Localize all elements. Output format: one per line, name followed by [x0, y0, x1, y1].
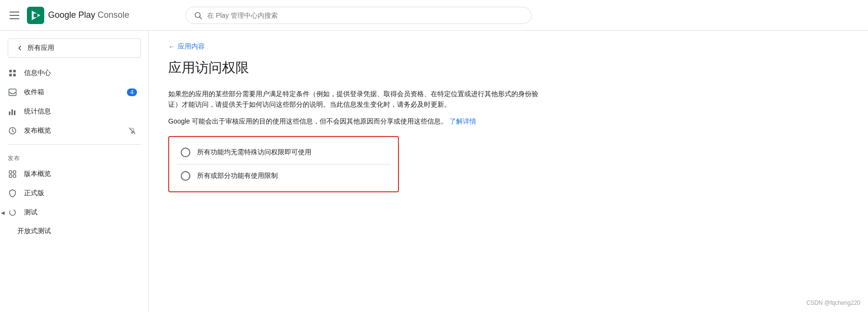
breadcrumb[interactable]: ← 应用内容: [168, 42, 849, 51]
arrow-left-icon: [16, 44, 24, 52]
description-paragraph-2: Google 可能会出于审核应用的目的使用这些信息，但不会因其他原因而分享或使用…: [168, 116, 543, 126]
watermark: CSDN @fqcheng220: [806, 300, 860, 306]
svg-rect-11: [12, 110, 13, 115]
sidebar-item-test-label: 测试: [24, 208, 37, 217]
svg-point-18: [10, 210, 15, 215]
svg-rect-17: [13, 175, 16, 177]
notification-off-icon: [127, 126, 137, 136]
radio-circle-no-restriction: [181, 148, 190, 157]
search-bar[interactable]: [186, 7, 532, 24]
radio-circle-has-restriction: [181, 171, 190, 181]
sidebar-item-dashboard[interactable]: 信息中心: [0, 63, 145, 83]
learn-more-link[interactable]: 了解详情: [449, 117, 476, 125]
svg-rect-10: [9, 112, 11, 115]
sidebar-item-stats[interactable]: 统计信息: [0, 102, 145, 121]
breadcrumb-label: 应用内容: [178, 42, 205, 51]
inbox-badge: 4: [127, 88, 137, 96]
svg-rect-2: [34, 13, 37, 17]
search-input[interactable]: [207, 12, 523, 19]
content-area: ← 应用内容 应用访问权限 如果您的应用的某些部分需要用户满足特定条件（例如，提…: [149, 31, 868, 312]
svg-rect-6: [13, 70, 16, 72]
logo-container: Google Play Console: [27, 7, 129, 24]
bar-chart-icon: [8, 107, 17, 116]
sidebar-item-publish-overview-label: 发布概览: [24, 126, 51, 135]
grid-icon: [8, 68, 17, 78]
sidebar-item-open-test[interactable]: 开放式测试: [0, 222, 145, 240]
shield-icon: [8, 188, 17, 198]
svg-rect-15: [13, 171, 16, 173]
breadcrumb-arrow: ←: [168, 43, 175, 50]
sidebar-item-inbox[interactable]: 收件箱 4: [0, 83, 145, 102]
svg-rect-16: [9, 175, 12, 177]
sidebar-item-dashboard-label: 信息中心: [24, 69, 51, 77]
sidebar-item-release-label: 正式版: [24, 189, 44, 198]
radio-option-has-restriction[interactable]: 所有或部分功能有使用限制: [177, 164, 390, 187]
app-title: Google Play Console: [48, 10, 129, 20]
sidebar-item-release[interactable]: 正式版: [0, 184, 145, 203]
header: Google Play Console: [0, 0, 868, 31]
sidebar-item-stats-label: 统计信息: [24, 107, 51, 116]
sidebar-item-inbox-label: 收件箱: [24, 88, 44, 97]
sidebar-item-version-overview[interactable]: 版本概览: [0, 164, 145, 184]
sidebar-item-publish-overview[interactable]: 发布概览: [0, 121, 145, 140]
radio-option-no-restriction[interactable]: 所有功能均无需特殊访问权限即可使用: [177, 141, 390, 164]
header-left: Google Play Console: [8, 7, 157, 24]
sidebar-item-open-test-label: 开放式测试: [17, 227, 51, 236]
main-layout: 所有应用 信息中心 收件箱 4: [0, 31, 868, 312]
back-button-label: 所有应用: [27, 44, 54, 52]
inbox-icon: [8, 87, 17, 97]
radio-label-no-restriction: 所有功能均无需特殊访问权限即可使用: [197, 148, 311, 157]
svg-rect-8: [13, 74, 16, 76]
search-icon: [194, 11, 202, 20]
svg-rect-14: [9, 171, 12, 173]
back-to-all-apps-button[interactable]: 所有应用: [8, 38, 141, 58]
sidebar: 所有应用 信息中心 收件箱 4: [0, 31, 149, 312]
page-title: 应用访问权限: [168, 59, 849, 77]
radio-label-has-restriction: 所有或部分功能有使用限制: [197, 172, 278, 180]
svg-line-4: [199, 17, 201, 19]
sidebar-item-version-overview-label: 版本概览: [24, 170, 51, 178]
options-box: 所有功能均无需特殊访问权限即可使用 所有或部分功能有使用限制: [168, 136, 399, 192]
svg-rect-12: [14, 111, 15, 115]
svg-rect-5: [9, 70, 12, 72]
hamburger-menu-icon[interactable]: [8, 10, 21, 21]
description-paragraph-1: 如果您的应用的某些部分需要用户满足特定条件（例如，提供登录凭据、取得会员资格、在…: [168, 88, 543, 110]
sidebar-divider: [8, 144, 141, 145]
svg-rect-7: [9, 74, 12, 76]
version-grid-icon: [8, 169, 17, 179]
sidebar-item-test[interactable]: 测试: [0, 203, 145, 222]
clock-icon: [8, 126, 17, 136]
play-console-logo-icon: [27, 7, 44, 24]
sidebar-section-publish: 发布: [0, 149, 149, 164]
spinner-icon: [8, 208, 17, 217]
